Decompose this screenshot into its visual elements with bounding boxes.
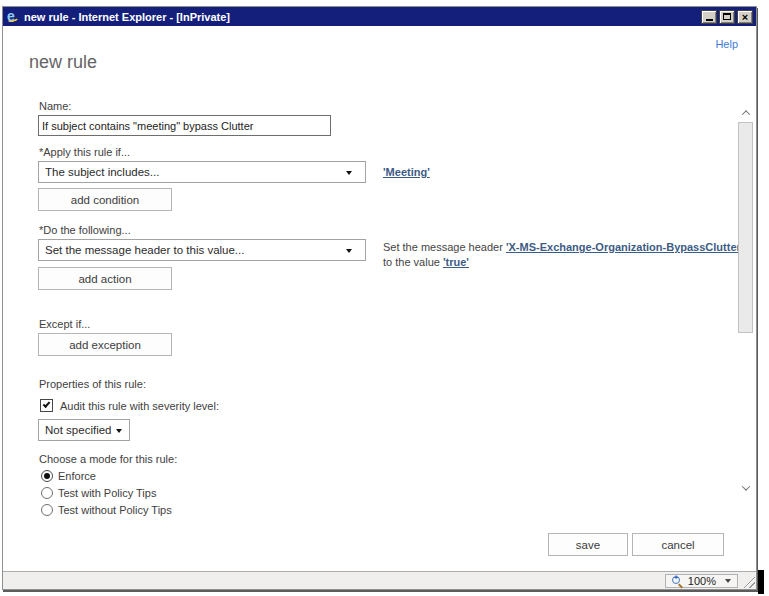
mode-label: Choose a mode for this rule:: [39, 453, 177, 465]
zoom-level: 100%: [688, 575, 716, 587]
condition-dropdown-arrow-icon: [346, 171, 352, 175]
radio-enforce[interactable]: [41, 470, 53, 482]
zoom-magnifier-icon: +: [672, 576, 683, 587]
minimize-button[interactable]: [701, 10, 717, 24]
condition-select[interactable]: The subject includes...: [38, 161, 366, 183]
chevron-up-icon: [742, 110, 750, 118]
severity-dropdown-arrow-icon: [116, 429, 122, 433]
severity-select-value: Not specified: [45, 424, 111, 436]
magnifier-handle-icon: [678, 583, 683, 588]
dialog-content: Help new rule Name: *Apply this rule if.…: [3, 26, 756, 571]
browser-window: e new rule - Internet Explorer - [InPriv…: [2, 6, 757, 590]
radio-test-without-policy-tips[interactable]: [41, 504, 53, 516]
chevron-down-icon: [742, 482, 750, 490]
mode-option-test-without-tips: Test without Policy Tips: [41, 503, 172, 517]
add-condition-button[interactable]: add condition: [38, 188, 172, 211]
maximize-icon: [723, 13, 731, 20]
except-if-label: Except if...: [39, 318, 90, 330]
add-exception-button[interactable]: add exception: [38, 333, 172, 356]
close-icon: ×: [742, 12, 748, 22]
scrollbar: [737, 26, 755, 571]
checkmark-icon: [43, 400, 51, 408]
radio-test-with-policy-tips-label: Test with Policy Tips: [58, 487, 156, 499]
scroll-down-button[interactable]: [739, 481, 753, 495]
mode-option-enforce: Enforce: [41, 469, 96, 483]
help-link[interactable]: Help: [715, 38, 738, 50]
zoom-control[interactable]: + 100%: [665, 574, 738, 588]
action-select-value: Set the message header to this value...: [45, 244, 244, 256]
name-label: Name:: [39, 100, 71, 112]
save-button[interactable]: save: [548, 533, 628, 556]
status-bar: + 100%: [3, 571, 756, 589]
text-cursor-artifact: [758, 570, 764, 594]
screen: e new rule - Internet Explorer - [InPriv…: [0, 0, 769, 596]
action-dropdown-arrow-icon: [346, 249, 352, 253]
close-button[interactable]: ×: [737, 10, 753, 24]
scroll-up-button[interactable]: [739, 106, 753, 120]
audit-label: Audit this rule with severity level:: [60, 400, 219, 412]
action-description-middle: to the value: [383, 256, 443, 268]
condition-value-link[interactable]: 'Meeting': [383, 166, 430, 178]
severity-select[interactable]: Not specified: [38, 419, 130, 441]
audit-checkbox[interactable]: [40, 399, 53, 412]
add-action-button[interactable]: add action: [38, 267, 172, 290]
rule-name-input[interactable]: [38, 115, 331, 136]
window-controls: ×: [701, 10, 753, 24]
maximize-button[interactable]: [719, 10, 735, 24]
cancel-button[interactable]: cancel: [632, 533, 724, 556]
action-description-prefix: Set the message header: [383, 241, 506, 253]
radio-enforce-label: Enforce: [58, 470, 96, 482]
minimize-icon: [706, 19, 713, 21]
internet-explorer-icon: e: [6, 10, 20, 24]
scrollbar-thumb[interactable]: [738, 122, 753, 333]
resize-grip-icon[interactable]: [742, 575, 755, 588]
page-title: new rule: [29, 52, 97, 73]
mode-option-test-with-tips: Test with Policy Tips: [41, 486, 156, 500]
message-header-link[interactable]: 'X-MS-Exchange-Organization-BypassClutte…: [506, 241, 744, 253]
action-select[interactable]: Set the message header to this value...: [38, 239, 366, 261]
magnifier-plus-glyph: +: [674, 573, 679, 582]
ie-e-glyph: e: [7, 9, 15, 23]
condition-select-value: The subject includes...: [45, 166, 159, 178]
header-value-link[interactable]: 'true': [443, 256, 469, 268]
do-following-label: *Do the following...: [39, 224, 131, 236]
window-title: new rule - Internet Explorer - [InPrivat…: [24, 11, 230, 23]
radio-selected-dot-icon: [44, 473, 50, 479]
properties-label: Properties of this rule:: [39, 378, 146, 390]
action-description: Set the message header 'X-MS-Exchange-Or…: [383, 240, 751, 270]
radio-test-without-policy-tips-label: Test without Policy Tips: [58, 504, 172, 516]
title-bar[interactable]: e new rule - Internet Explorer - [InPriv…: [3, 7, 756, 26]
zoom-dropdown-arrow-icon: [725, 579, 731, 583]
radio-test-with-policy-tips[interactable]: [41, 487, 53, 499]
apply-rule-label: *Apply this rule if...: [39, 146, 130, 158]
